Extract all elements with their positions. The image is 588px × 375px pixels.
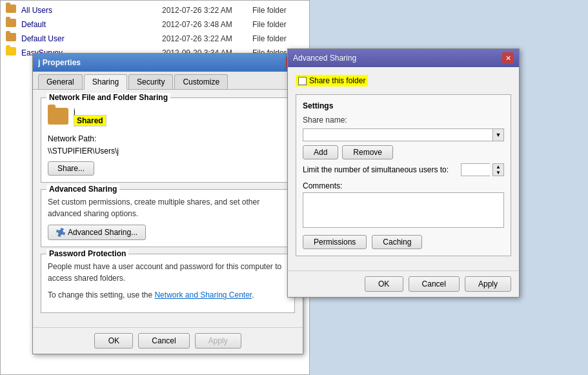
comments-textarea[interactable] [303, 192, 504, 228]
properties-apply-button[interactable]: Apply [195, 333, 241, 349]
tab-general[interactable]: General [38, 74, 83, 89]
folder-display: j Shared [48, 105, 288, 130]
file-name: All Users [21, 6, 162, 15]
share-folder-checkbox[interactable] [298, 77, 307, 85]
advanced-sharing-dialog: Advanced Sharing ✕ Share this folder Set… [287, 48, 520, 298]
folder-icon [6, 5, 17, 16]
file-name: Default User [21, 34, 162, 43]
advanced-sharing-title: Advanced Sharing [46, 185, 119, 194]
advanced-dialog-footer: OK Cancel Apply [288, 270, 519, 297]
file-type: File folder [252, 6, 304, 15]
link-suffix: . [252, 290, 254, 299]
password-protection-link-text: To change this setting, use the Network … [48, 289, 288, 301]
big-folder-icon [48, 108, 68, 125]
tab-customize[interactable]: Customize [174, 74, 228, 89]
advanced-dialog-content: Share this folder Settings Share name: ▼… [288, 67, 519, 270]
advanced-dialog-title: Advanced Sharing [293, 54, 356, 63]
properties-dialog: j Properties ✕ General Sharing Security … [32, 53, 303, 354]
folder-icon [6, 33, 17, 45]
share-name-row: Share name: [303, 116, 504, 125]
advanced-sharing-section: Advanced Sharing Set custom permissions,… [41, 189, 295, 247]
simultaneous-spinner[interactable]: ▲ ▼ [492, 163, 504, 176]
comments-label: Comments: [303, 181, 504, 190]
gear-icon [56, 228, 65, 237]
share-name-input-row: ▼ [303, 128, 504, 141]
advanced-ok-button[interactable]: OK [365, 276, 403, 292]
properties-cancel-button[interactable]: Cancel [138, 333, 189, 349]
network-sharing-section: Network File and Folder Sharing j Shared… [41, 97, 295, 183]
folder-icon [6, 47, 17, 59]
folder-icon [6, 19, 17, 30]
permissions-button[interactable]: Permissions [303, 235, 367, 249]
file-row[interactable]: All Users 2012-07-26 3:22 AM File folder [1, 3, 309, 17]
properties-content: Network File and Folder Sharing j Shared… [33, 90, 303, 327]
add-remove-row: Add Remove [303, 145, 504, 159]
link-prefix: To change this setting, use the [48, 290, 154, 299]
spinner-down[interactable]: ▼ [493, 170, 503, 176]
folder-info: j Shared [74, 107, 106, 125]
shared-badge: Shared [74, 115, 106, 127]
advanced-sharing-btn-label: Advanced Sharing... [68, 228, 137, 237]
permissions-row: Permissions Caching [303, 235, 504, 249]
file-type: File folder [252, 20, 304, 29]
advanced-apply-button[interactable]: Apply [465, 276, 511, 292]
caching-button[interactable]: Caching [372, 235, 422, 249]
properties-titlebar: j Properties ✕ [33, 54, 303, 72]
advanced-dialog-close-button[interactable]: ✕ [502, 52, 514, 64]
advanced-dialog-titlebar: Advanced Sharing ✕ [288, 49, 519, 67]
simultaneous-input[interactable] [461, 163, 490, 176]
network-sharing-title: Network File and Folder Sharing [46, 93, 170, 102]
password-protection-section: Password Protection People must have a u… [41, 254, 295, 313]
password-protection-desc: People must have a user account and pass… [48, 261, 288, 284]
tab-security[interactable]: Security [128, 74, 173, 89]
network-sharing-center-link[interactable]: Network and Sharing Center [154, 290, 252, 299]
add-button[interactable]: Add [303, 145, 338, 159]
network-path-label: Network Path: [48, 133, 288, 145]
network-path-value: \\STUPIFIER\Users\j [48, 145, 288, 157]
file-name: Default [21, 20, 162, 29]
simultaneous-label: Limit the number of simultaneous users t… [303, 165, 458, 174]
share-folder-highlight: Share this folder [296, 75, 368, 86]
properties-ok-button[interactable]: OK [94, 333, 133, 349]
share-folder-label: Share this folder [309, 76, 365, 85]
file-row[interactable]: Default 2012-07-26 3:48 AM File folder [1, 17, 309, 32]
settings-title: Settings [303, 101, 504, 110]
file-date: 2012-07-26 3:22 AM [162, 34, 252, 43]
spinner-up[interactable]: ▲ [493, 164, 503, 170]
file-date: 2012-07-26 3:22 AM [162, 6, 252, 15]
advanced-sharing-desc: Set custom permissions, create multiple … [48, 196, 288, 219]
file-date: 2012-07-26 3:48 AM [162, 20, 252, 29]
password-protection-title: Password Protection [46, 249, 128, 258]
remove-button[interactable]: Remove [342, 145, 393, 159]
share-name-label: Share name: [303, 116, 504, 125]
share-name-dropdown[interactable]: ▼ [492, 128, 504, 141]
file-type: File folder [252, 34, 304, 43]
share-name-input[interactable] [303, 128, 492, 141]
network-path-section: Network Path: \\STUPIFIER\Users\j [48, 133, 288, 157]
properties-footer: OK Cancel Apply [33, 327, 303, 354]
share-folder-check: Share this folder [296, 75, 511, 86]
settings-group: Settings Share name: ▼ Add Remove Limit … [296, 94, 511, 256]
properties-tabs: General Sharing Security Customize [33, 72, 303, 90]
advanced-cancel-button[interactable]: Cancel [409, 276, 460, 292]
simultaneous-row: Limit the number of simultaneous users t… [303, 163, 504, 176]
tab-sharing[interactable]: Sharing [84, 74, 127, 90]
file-row[interactable]: Default User 2012-07-26 3:22 AM File fol… [1, 32, 309, 46]
advanced-sharing-button[interactable]: Advanced Sharing... [48, 225, 146, 240]
share-button[interactable]: Share... [48, 161, 94, 176]
properties-title: j Properties [38, 58, 81, 67]
